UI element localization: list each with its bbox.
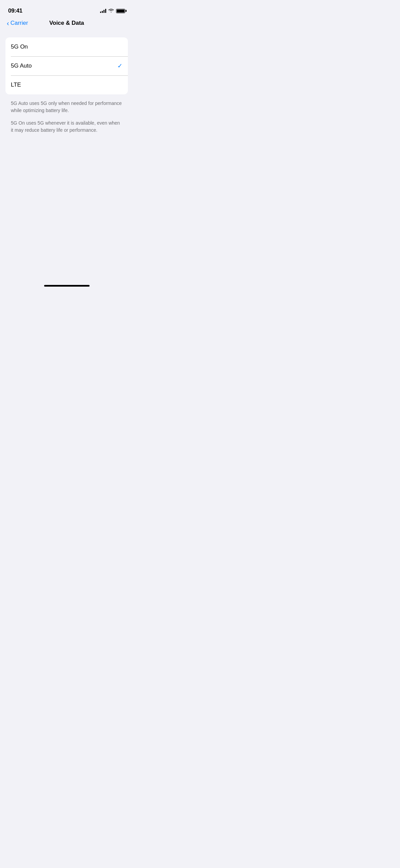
options-card: 5G On 5G Auto ✓ LTE: [5, 37, 128, 94]
option-5g-on-label: 5G On: [11, 43, 28, 50]
description-5g-on: 5G On uses 5G whenever it is available, …: [11, 120, 122, 134]
back-button[interactable]: ‹ Carrier: [7, 20, 28, 26]
home-indicator: [44, 285, 90, 287]
status-icons: [100, 8, 125, 14]
option-5g-on[interactable]: 5G On: [5, 37, 128, 56]
status-time: 09:41: [8, 7, 22, 14]
description-5g-auto: 5G Auto uses 5G only when needed for per…: [11, 100, 122, 114]
signal-bar-2: [102, 11, 103, 13]
signal-bar-4: [105, 9, 106, 13]
signal-bar-3: [103, 10, 104, 13]
battery-fill: [117, 10, 125, 13]
signal-bars-icon: [100, 9, 106, 13]
option-5g-auto[interactable]: 5G Auto ✓: [5, 56, 128, 75]
page-title: Voice & Data: [49, 20, 84, 26]
wifi-icon: [108, 8, 114, 14]
battery-icon: [116, 9, 125, 13]
option-5g-auto-label: 5G Auto: [11, 62, 32, 69]
content: 5G On 5G Auto ✓ LTE 5G Auto uses 5G only…: [0, 31, 133, 134]
option-lte[interactable]: LTE: [5, 75, 128, 94]
back-chevron-icon: ‹: [7, 20, 9, 26]
option-lte-label: LTE: [11, 82, 21, 88]
signal-bar-1: [100, 12, 101, 13]
checkmark-icon: ✓: [117, 62, 122, 70]
back-button-label: Carrier: [11, 20, 28, 26]
status-bar: 09:41: [0, 0, 133, 17]
nav-bar: ‹ Carrier Voice & Data: [0, 17, 133, 31]
description-block: 5G Auto uses 5G only when needed for per…: [5, 97, 128, 134]
